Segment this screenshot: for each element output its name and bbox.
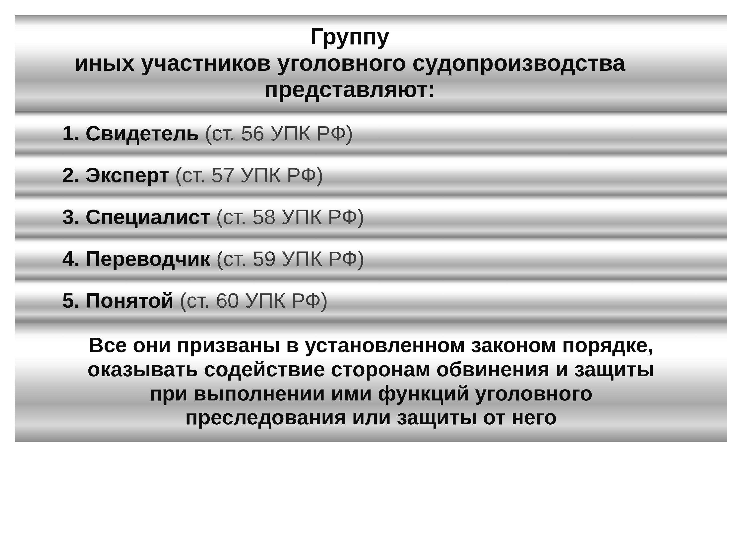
footer-line-3: при выполнении ими функций уголовного: [30, 381, 712, 405]
item-cite: (ст. 59 УПК РФ): [216, 247, 364, 270]
list-item: 4. Переводчик (ст. 59 УПК РФ): [15, 238, 727, 280]
footer-line-2: оказывать содействие сторонам обвинения …: [30, 357, 712, 381]
item-name: Свидетель: [85, 122, 199, 145]
item-cite: (ст. 58 УПК РФ): [216, 205, 364, 229]
slide-frame: Группу иных участников уголовного судопр…: [15, 15, 727, 542]
title-line-1: Группу: [25, 23, 675, 50]
footer-line-4: преследования или защиты от него: [30, 405, 712, 429]
list-item: 5. Понятой (ст. 60 УПК РФ): [15, 280, 727, 322]
slide-title: Группу иных участников уголовного судопр…: [15, 15, 727, 112]
item-number: 2.: [62, 163, 80, 187]
list-item: 1. Свидетель (ст. 56 УПК РФ): [15, 112, 727, 154]
title-line-3: представляют:: [25, 76, 675, 103]
slide-footer: Все они призваны в установленном законом…: [15, 322, 727, 442]
title-line-2: иных участников уголовного судопроизводс…: [25, 50, 675, 76]
list-item: 2. Эксперт (ст. 57 УПК РФ): [15, 154, 727, 196]
footer-line-1: Все они призваны в установленном законом…: [30, 333, 712, 357]
item-cite: (ст. 60 УПК РФ): [180, 289, 328, 312]
item-number: 3.: [62, 205, 80, 229]
item-name: Переводчик: [85, 247, 210, 270]
document-page: Группу иных участников уголовного судопр…: [0, 0, 747, 560]
item-name: Эксперт: [85, 163, 169, 187]
item-name: Специалист: [85, 205, 210, 229]
item-number: 4.: [62, 247, 80, 270]
item-cite: (ст. 56 УПК РФ): [205, 122, 353, 145]
item-cite: (ст. 57 УПК РФ): [175, 163, 324, 187]
item-number: 5.: [62, 289, 80, 312]
list-item: 3. Специалист (ст. 58 УПК РФ): [15, 196, 727, 238]
item-name: Понятой: [85, 289, 174, 312]
item-number: 1.: [62, 122, 80, 145]
